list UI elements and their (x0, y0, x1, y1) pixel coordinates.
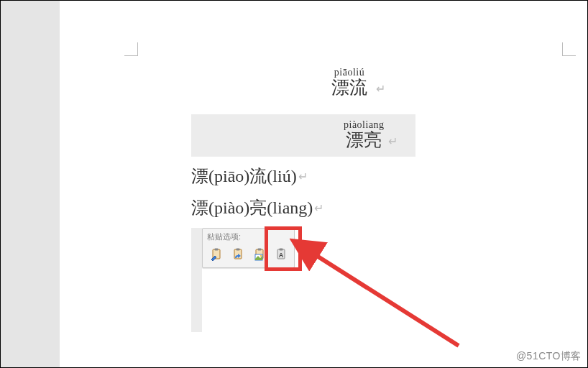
text-selection (191, 228, 202, 332)
annotation-arrow (290, 231, 477, 360)
paragraph-mark: ↵ (298, 170, 308, 183)
page-margin-corner (562, 42, 576, 56)
paragraph-mark: ↵ (314, 202, 323, 214)
paste-keep-source-button[interactable] (206, 244, 226, 264)
hanzi: 漂流 (331, 78, 367, 98)
paragraph-mark: ↵ (376, 83, 385, 96)
paste-merge-format-button[interactable] (228, 244, 247, 264)
inline-line-1: 漂(piāo)流(liú)↵ (191, 165, 308, 188)
pinyin: (liú) (267, 167, 296, 185)
inline-line-2: 漂(piào)亮(liang)↵ (191, 196, 323, 219)
svg-line-11 (311, 252, 459, 346)
clipboard-brush-icon (209, 247, 224, 262)
hanzi: 亮 (249, 198, 267, 217)
ruby-word-piaoliu: piāoliú 漂流 ↵ (331, 67, 367, 98)
document-page: piāoliú 漂流 ↵ piàoliang 漂亮 ↵ 漂(piāo)流(liú… (60, 1, 587, 367)
watermark: @51CTO博客 (516, 350, 582, 363)
hanzi: 流 (249, 167, 267, 185)
svg-rect-5 (257, 248, 261, 250)
hanzi: 漂 (191, 167, 208, 185)
pinyin: piàoliang (344, 119, 385, 130)
hanzi: 漂亮 (344, 130, 385, 150)
pinyin: (liang) (267, 198, 313, 217)
pinyin: (piāo) (208, 167, 249, 185)
screenshot-frame: piāoliú 漂流 ↵ piàoliang 漂亮 ↵ 漂(piāo)流(liú… (0, 0, 588, 368)
hanzi: 漂 (191, 198, 208, 217)
mockup-sidebar (1, 1, 60, 367)
svg-rect-3 (236, 248, 239, 250)
paragraph-mark: ↵ (388, 135, 398, 148)
svg-point-7 (259, 254, 261, 256)
pinyin: piāoliú (331, 67, 367, 78)
ruby-word-piaoliang: piàoliang 漂亮 ↵ (344, 119, 385, 150)
pinyin: (piào) (208, 198, 249, 217)
svg-rect-1 (214, 248, 218, 250)
page-margin-corner (124, 42, 138, 56)
clipboard-arrow-icon (231, 247, 245, 262)
